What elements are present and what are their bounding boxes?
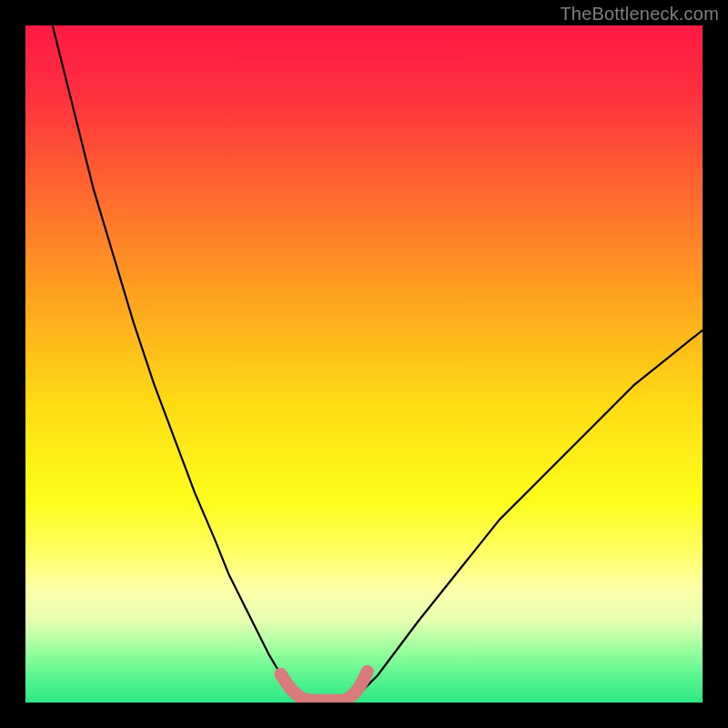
chart-frame: TheBottleneck.com bbox=[0, 0, 728, 728]
watermark-text: TheBottleneck.com bbox=[560, 4, 719, 25]
bottleneck-chart bbox=[0, 0, 728, 728]
gradient-background bbox=[25, 25, 703, 703]
